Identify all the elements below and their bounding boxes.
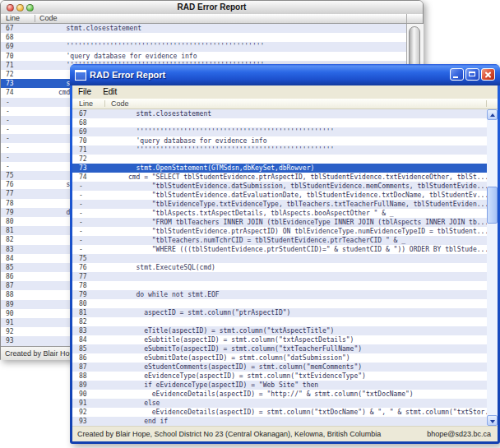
code-text: "tblStudentEvidence.ptrAspectID) ON tblE…	[104, 227, 487, 236]
line-number: 77	[72, 272, 104, 281]
code-row[interactable]: - "tblStudentEvidence.datSubmission, tbl…	[72, 182, 487, 191]
code-row[interactable]: 80	[72, 299, 487, 308]
maximize-button[interactable]	[465, 68, 479, 81]
line-number: 79	[1, 208, 35, 217]
code-row[interactable]: 72	[72, 155, 487, 164]
code-row[interactable]: 92 eEvidenceDetails(aspectID) = stmt.col…	[72, 408, 487, 417]
line-number: 73	[72, 164, 104, 173]
line-number: 89	[72, 381, 104, 390]
code-row[interactable]: - "WHERE (((tblStudentEvidence.ptrStuden…	[72, 245, 487, 254]
code-row[interactable]: 69 '''''''''''''''''''''''''''''''''''''…	[1, 42, 406, 51]
code-text: eEvidenceDetails(aspectID) = stmt.column…	[104, 408, 487, 417]
code-row[interactable]: 82	[72, 317, 487, 326]
line-number: 68	[1, 33, 35, 42]
window-title: RAD Error Report	[90, 70, 165, 80]
chevron-up-icon	[490, 113, 495, 117]
line-number: 88	[1, 290, 35, 299]
code-row[interactable]: 90 eEvidenceDetails(aspectID) = "http://…	[72, 390, 487, 399]
line-number: 68	[72, 118, 104, 127]
code-text: if eEvidenceType(aspectID) = "Web Site" …	[104, 381, 487, 390]
line-number: 67	[1, 24, 35, 33]
code-text: aspectID = stmt.column("ptrAspectID")	[104, 308, 487, 317]
line-number: 84	[1, 254, 35, 263]
minimize-button[interactable]	[450, 68, 464, 81]
code-row[interactable]: 81 aspectID = stmt.column("ptrAspectID")	[72, 308, 487, 317]
code-text: stmt.closestatement	[35, 24, 406, 33]
code-row[interactable]: - "tblEvidenceType.txtEvidenceType, tblT…	[72, 200, 487, 209]
code-text: "WHERE (((tblStudentEvidence.ptrStudentC…	[104, 245, 487, 254]
close-icon[interactable]	[7, 4, 14, 12]
maximize-icon	[469, 72, 475, 76]
code-row[interactable]: 84 eSubtitle(aspectID) = stmt.column("tx…	[72, 335, 487, 344]
code-row[interactable]: 93 end if	[72, 417, 487, 426]
status-bar: Created by Blair Hope, School District N…	[72, 426, 498, 441]
scroll-down-button[interactable]	[487, 415, 498, 426]
code-row[interactable]: 85 eSubmitTo(aspectID) = stmt.column("tx…	[72, 344, 487, 353]
code-text: ''''''''''''''''''''''''''''''''''''''''…	[104, 145, 487, 155]
column-divider	[486, 100, 487, 107]
line-number: 90	[1, 309, 35, 318]
mac-titlebar[interactable]: RAD Error Report	[1, 1, 423, 15]
zoom-icon[interactable]	[26, 4, 34, 12]
line-number: 74	[72, 173, 104, 182]
code-row[interactable]: 69 '''''''''''''''''''''''''''''''''''''…	[72, 127, 487, 136]
code-row[interactable]: - "tblTeachers.numTchrCID = tblStudentEv…	[72, 236, 487, 245]
code-row[interactable]: - "tblStudentEvidence.ptrAspectID) ON tb…	[72, 227, 487, 236]
line-number: -	[72, 209, 104, 218]
code-text: "tblEvidenceType.txtEvidenceType, tblTea…	[104, 200, 487, 209]
code-row[interactable]: 83 eTitle(aspectID) = stmt.column("txtAs…	[72, 326, 487, 335]
vertical-scrollbar[interactable]	[487, 109, 498, 426]
code-row[interactable]: 78	[72, 281, 487, 290]
code-row[interactable]: - "tblStudentEvidence.datEvaluationDate,…	[72, 191, 487, 200]
code-row[interactable]: 89 if eEvidenceType(aspectID) = "Web Sit…	[72, 381, 487, 390]
line-number: 86	[72, 353, 104, 363]
code-row[interactable]: 76 stmt.ExecuteSQL(cmd)	[72, 263, 487, 272]
code-row[interactable]: 88 eEvidenceType(aspectID) = stmt.column…	[72, 372, 487, 381]
column-code: Code	[111, 99, 129, 109]
code-row[interactable]: 70 'query database for evidence info	[1, 52, 406, 61]
code-row[interactable]: 87 eStudentComments(aspectID) = stmt.col…	[72, 363, 487, 372]
code-text: eStudentComments(aspectID) = stmt.column…	[104, 363, 487, 372]
line-number: 84	[72, 335, 104, 344]
code-row[interactable]: 67 stmt.closestatement	[72, 109, 487, 118]
menu-item-edit[interactable]: Edit	[97, 85, 123, 99]
code-text: "tblTeachers.numTchrCID = tblStudentEvid…	[104, 236, 487, 245]
code-row[interactable]: 67 stmt.closestatement	[1, 24, 406, 33]
code-row[interactable]: 70 'query database for evidence info	[72, 136, 487, 145]
code-text	[104, 299, 487, 308]
menu-item-file[interactable]: File	[72, 85, 97, 99]
line-number: 87	[72, 363, 104, 372]
line-number: 92	[1, 327, 35, 336]
code-row[interactable]: - "FROM tblTeachers INNER JOIN (tblEvide…	[72, 218, 487, 227]
code-row[interactable]: - "tblAspects.txtAspectDetails, tblAspec…	[72, 209, 487, 218]
column-divider	[35, 15, 35, 22]
minimize-icon[interactable]	[16, 4, 24, 12]
code-row[interactable]: 68	[72, 118, 487, 127]
line-number: -	[72, 182, 104, 191]
code-row[interactable]: 73 stmt.OpenStatement(GTMSdsn,dbKeySet,d…	[72, 164, 487, 173]
code-row[interactable]: 74 cmd = "SELECT tblStudentEvidence.ptrA…	[72, 173, 487, 182]
code-text: ''''''''''''''''''''''''''''''''''''''''…	[104, 127, 487, 136]
code-row[interactable]: 91 else	[72, 399, 487, 408]
close-button[interactable]	[481, 68, 495, 81]
line-number: 71	[72, 145, 104, 155]
scrollbar-thumb[interactable]	[487, 187, 498, 224]
code-row[interactable]: 77	[72, 272, 487, 281]
code-row[interactable]: 79 do while not stmt.EOF	[72, 290, 487, 299]
line-number: 79	[72, 290, 104, 299]
line-number: 75	[1, 171, 35, 180]
scroll-up-button[interactable]	[487, 109, 498, 120]
window-content: File Edit Line Code 67 stmt.closestateme…	[72, 85, 498, 441]
code-row[interactable]: 86 eSubmitDate(aspectID) = stmt.column("…	[72, 353, 487, 363]
line-number: 70	[1, 52, 35, 61]
line-number: 73	[1, 79, 35, 88]
line-number: 80	[72, 299, 104, 308]
status-credit: Created by Blair Hope, School District N…	[77, 427, 381, 441]
line-number: 91	[72, 399, 104, 408]
line-number: 76	[1, 180, 35, 189]
code-row[interactable]: 75	[72, 254, 487, 263]
xp-titlebar[interactable]: RAD Error Report	[70, 64, 500, 85]
code-row[interactable]: 71 '''''''''''''''''''''''''''''''''''''…	[72, 145, 487, 155]
line-number: 85	[1, 263, 35, 272]
code-row[interactable]: 68	[1, 33, 406, 42]
